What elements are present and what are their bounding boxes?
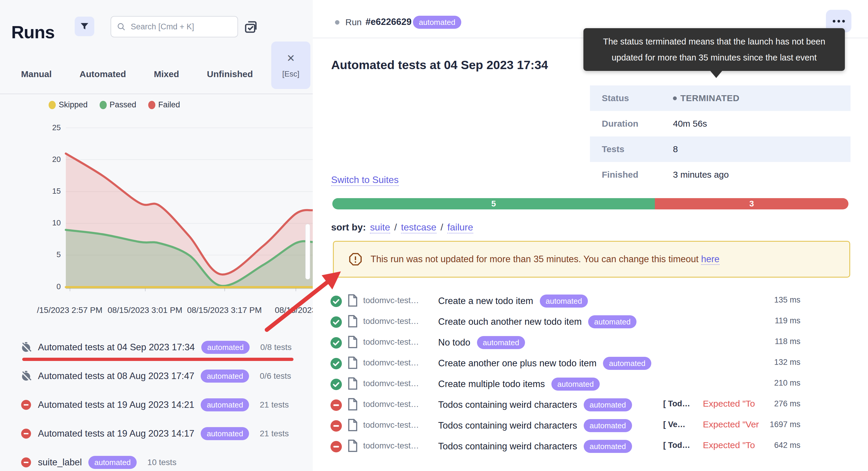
tab-mixed[interactable]: Mixed xyxy=(154,69,179,79)
test-file-name: todomvc-test… xyxy=(363,400,419,409)
sort-by-suite-link[interactable]: suite xyxy=(370,222,390,233)
search-input[interactable] xyxy=(130,22,236,32)
test-badge: automated xyxy=(603,357,651,370)
file-icon xyxy=(347,439,358,453)
test-badge: automated xyxy=(584,440,632,453)
failed-segment: 3 xyxy=(655,198,848,209)
chart-canvas xyxy=(66,127,313,290)
test-name: Create a new todo item xyxy=(438,296,533,306)
test-result-row[interactable]: todomvc-test… Create ouch another new to… xyxy=(313,312,868,332)
run-label: Run xyxy=(345,17,362,27)
summary-row-tests: Tests 8 xyxy=(590,137,850,162)
file-icon xyxy=(347,335,358,350)
y-tick: 25 xyxy=(43,123,61,132)
run-list-item[interactable]: suite_label automated 10 tests xyxy=(0,452,313,471)
run-badge: automated xyxy=(88,456,137,469)
failed-minus-icon xyxy=(329,419,343,434)
legend-item-skipped[interactable]: Skipped xyxy=(49,100,88,110)
test-file-name: todomvc-test… xyxy=(363,420,419,430)
test-result-row[interactable]: todomvc-test… Create a new todo item aut… xyxy=(313,291,868,312)
switch-to-suites-link[interactable]: Switch to Suites xyxy=(331,174,399,186)
test-result-row[interactable]: todomvc-test… Create another one plus ne… xyxy=(313,353,868,374)
tab-automated[interactable]: Automated xyxy=(80,69,126,79)
test-name: Todos containing weird characters xyxy=(438,400,577,410)
close-icon: ✕ xyxy=(287,52,295,64)
run-list-item[interactable]: Automated tests at 19 Aug 2023 14:17 aut… xyxy=(0,423,313,444)
test-badge: automated xyxy=(540,295,588,307)
sort-by-testcase-link[interactable]: testcase xyxy=(401,222,436,233)
tabbar-divider xyxy=(0,93,313,94)
test-error-message[interactable]: Expected "To xyxy=(703,399,755,409)
test-error-tag: [ Tod… xyxy=(663,399,690,408)
test-result-row[interactable]: todomvc-test… Todos containing weird cha… xyxy=(313,436,868,457)
skipped-dot-icon xyxy=(49,101,56,109)
y-tick: 15 xyxy=(43,186,61,196)
check-square-icon xyxy=(243,19,258,35)
x-tick-label: 08/15/2023 3:17 PM xyxy=(187,305,262,315)
test-result-row[interactable]: todomvc-test… Todos containing weird cha… xyxy=(313,415,868,436)
timeout-settings-link[interactable]: here xyxy=(701,254,719,265)
sort-by-failure-link[interactable]: failure xyxy=(447,222,473,233)
test-duration: 642 ms xyxy=(751,441,800,450)
passed-check-icon xyxy=(329,336,343,351)
search-icon xyxy=(117,22,126,31)
finished-value: 3 minutes ago xyxy=(673,170,729,180)
summary-row-duration: Duration 40m 56s xyxy=(590,111,850,137)
failed-minus-icon xyxy=(329,398,343,413)
test-error-tag: [ Ve… xyxy=(663,420,685,429)
batch-select-button[interactable] xyxy=(242,18,260,36)
run-test-count: 0/8 tests xyxy=(260,343,292,352)
passed-segment: 5 xyxy=(332,198,655,209)
run-list-item[interactable]: Automated tests at 08 Aug 2023 17:47 aut… xyxy=(0,366,313,386)
tab-manual[interactable]: Manual xyxy=(21,69,52,79)
run-badge: automated xyxy=(201,341,250,354)
search-input-wrapper xyxy=(111,16,238,37)
file-icon xyxy=(347,315,358,329)
timer-off-icon xyxy=(20,341,33,354)
test-duration: 132 ms xyxy=(751,358,800,367)
status-value: TERMINATED xyxy=(680,93,739,103)
alert-octagon-icon xyxy=(349,253,362,266)
timer-off-icon xyxy=(20,370,33,383)
passed-dot-icon xyxy=(100,101,107,109)
file-icon xyxy=(347,418,358,433)
tab-unfinished[interactable]: Unfinished xyxy=(207,69,253,79)
funnel-icon xyxy=(80,21,90,31)
run-list-item[interactable]: Automated tests at 19 Aug 2023 14:21 aut… xyxy=(0,394,313,415)
y-tick: 20 xyxy=(43,154,61,164)
duration-value: 40m 56s xyxy=(673,119,707,129)
test-result-row[interactable]: todomvc-test… Todos containing weird cha… xyxy=(313,394,868,415)
test-badge: automated xyxy=(584,398,632,411)
file-icon xyxy=(347,356,358,371)
run-id: #e6226629 xyxy=(366,17,411,27)
test-error-message[interactable]: Expected "To xyxy=(703,440,755,450)
filter-button[interactable] xyxy=(75,17,94,36)
test-error-message[interactable]: Expected "Ver xyxy=(703,419,759,430)
test-result-row[interactable]: todomvc-test… Create multiple todo items… xyxy=(313,374,868,394)
summary-row-status: Status TERMINATED xyxy=(590,85,850,111)
test-name: Todos containing weird characters xyxy=(438,420,577,431)
run-test-count: 21 tests xyxy=(260,429,289,438)
left-panel-scrollbar[interactable] xyxy=(305,224,310,279)
chart-legend: Skipped Passed Failed xyxy=(49,100,180,110)
close-panel-button[interactable]: ✕ [Esc] xyxy=(271,41,310,89)
x-tick-label: 08/15/2023 3:01 PM xyxy=(107,305,182,315)
terminated-dot-icon xyxy=(673,96,677,100)
run-list-item[interactable]: Automated tests at 04 Sep 2023 17:34 aut… xyxy=(0,337,313,358)
runs-history-chart xyxy=(66,127,313,290)
app-root: Runs Manual xyxy=(0,0,868,471)
run-badge: automated xyxy=(201,370,249,383)
failed-minus-icon xyxy=(20,427,33,440)
run-badge: automated xyxy=(201,427,249,440)
x-tick-label: /15/2023 2:57 PM xyxy=(37,305,102,315)
test-duration: 210 ms xyxy=(751,379,800,388)
legend-item-failed[interactable]: Failed xyxy=(148,100,180,110)
pass-fail-progress-bar: 5 3 xyxy=(332,198,848,209)
legend-item-passed[interactable]: Passed xyxy=(100,100,136,110)
ellipsis-icon xyxy=(833,20,835,23)
runs-tabs: Manual Automated Mixed Unfinished xyxy=(21,69,253,79)
test-badge: automated xyxy=(588,315,637,328)
test-result-row[interactable]: todomvc-test… No todo automated 118 ms xyxy=(313,332,868,353)
test-name: Create ouch another new todo item xyxy=(438,317,582,327)
test-name: Create multiple todo items xyxy=(438,379,545,389)
